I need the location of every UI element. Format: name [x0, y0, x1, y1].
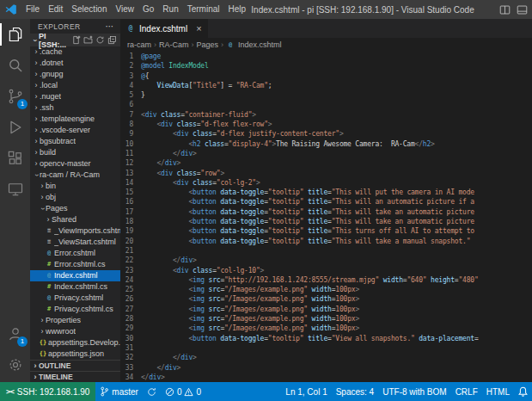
tree-item[interactable]: ›.cache	[30, 46, 120, 58]
code-line[interactable]: 25 <img src="/Images/example.png" width=…	[120, 285, 486, 294]
code-line[interactable]: 22 </div>	[120, 256, 486, 265]
explorer-icon[interactable]	[0, 19, 30, 50]
breadcrumb-item[interactable]: RA-Cam	[159, 40, 189, 49]
menu-go[interactable]: Go	[138, 0, 158, 19]
tree-item[interactable]: #Privacy.cshtml.cs	[30, 304, 120, 315]
code-line[interactable]: 3@{	[120, 71, 486, 81]
breadcrumb-item[interactable]: Index.cshtml	[238, 40, 282, 49]
new-file-icon[interactable]	[71, 35, 81, 45]
accounts-icon[interactable]: 1	[0, 318, 30, 349]
minimap[interactable]	[488, 52, 524, 382]
tree-item[interactable]: ›bgsubtract	[30, 136, 120, 147]
tree-item[interactable]: @Privacy.cshtml	[30, 293, 120, 304]
code-line[interactable]: 8 <div class="d-flex flex-row">	[120, 120, 486, 129]
search-icon[interactable]	[0, 50, 30, 81]
tree-item[interactable]: #Index.cshtml.cs	[30, 281, 120, 293]
tree-item[interactable]: ›build	[30, 147, 120, 158]
new-folder-icon[interactable]	[83, 35, 93, 45]
tree-item[interactable]: ›wwwroot	[30, 326, 120, 337]
section-outline[interactable]: ›OUTLINE	[30, 360, 120, 371]
tree-item[interactable]: ≡_ViewStart.cshtml	[30, 237, 120, 248]
code-line[interactable]: 9 <div class="d-flex justify-content-cen…	[120, 129, 486, 139]
code-line[interactable]: 34</div>	[120, 373, 486, 382]
eol-setting[interactable]: CRLF	[451, 382, 482, 401]
code-line[interactable]: 16 <button data-toggle="tooltip" title="…	[120, 197, 486, 207]
branch-indicator[interactable]: master	[95, 382, 143, 401]
code-line[interactable]: 23 <div class="col-lg-10">	[120, 266, 486, 275]
code-line[interactable]: 7<div class="container-fluid">	[120, 110, 486, 120]
code-line[interactable]: 15 <button data-toggle="tooltip" title="…	[120, 188, 486, 197]
language-mode[interactable]: HTML	[482, 382, 514, 401]
split-editor-icon[interactable]	[499, 4, 511, 15]
tree-item[interactable]: ›opencv-master	[30, 158, 120, 170]
tree-item[interactable]: ›bin	[30, 181, 120, 192]
remote-explorer-icon[interactable]	[0, 174, 30, 205]
code-line[interactable]: 33 </div>	[120, 363, 486, 373]
tree-item[interactable]: #Error.cshtml.cs	[30, 259, 120, 270]
source-control-icon[interactable]: 1	[0, 81, 30, 112]
code-line[interactable]: 29 <img src="/Images/example.png" width=…	[120, 324, 486, 333]
code-line[interactable]: 31	[120, 343, 486, 353]
code-line[interactable]: 2@model IndexModel	[120, 61, 486, 71]
notifications-bell-icon[interactable]	[514, 382, 532, 401]
tree-item[interactable]: ›.templateengine	[30, 114, 120, 125]
encoding-setting[interactable]: UTF-8 with BOM	[378, 382, 450, 401]
indentation-setting[interactable]: Spaces: 4	[332, 382, 378, 401]
tree-item[interactable]: ›ra-cam / RA-Cam	[30, 170, 120, 181]
tree-item[interactable]: ›Properties	[30, 315, 120, 326]
code-line[interactable]: 19 <button data-toggle="tooltip" title="…	[120, 226, 486, 236]
menu-terminal[interactable]: Terminal	[183, 0, 224, 19]
code-line[interactable]: 32 </div>	[120, 353, 486, 362]
code-line[interactable]: 18 <button data-toggle="tooltip" title="…	[120, 217, 486, 226]
section-timeline[interactable]: ›TIMELINE	[30, 371, 120, 382]
code-line[interactable]: 28 <img src="/Images/example.png" width=…	[120, 314, 486, 324]
tree-item[interactable]: ›.gnupg	[30, 69, 120, 80]
breadcrumb-item[interactable]: ra-cam	[127, 40, 151, 49]
code-line[interactable]: 4 ViewData["Title"] = "RA-Cam";	[120, 81, 486, 90]
close-icon[interactable]: ×	[196, 23, 201, 34]
code-line[interactable]: 11 </div>	[120, 149, 486, 158]
tab-index-cshtml[interactable]: @ Index.cshtml ×	[120, 19, 208, 38]
collapse-all-icon[interactable]	[107, 35, 117, 45]
tree-item[interactable]: ›.dotnet	[30, 58, 120, 69]
tree-item[interactable]: ›.local	[30, 80, 120, 91]
menu-selection[interactable]: Selection	[67, 0, 111, 19]
code-line[interactable]: 13 <div class="row">	[120, 169, 486, 178]
menu-edit[interactable]: Edit	[44, 0, 67, 19]
tree-item[interactable]: ›.nuget	[30, 91, 120, 102]
breadcrumb-item[interactable]: Pages	[197, 40, 219, 49]
remote-indicator[interactable]: >< SSH: 192.168.1.90	[0, 382, 95, 401]
menu-file[interactable]: File	[21, 0, 44, 19]
problems-indicator[interactable]: 0 0	[161, 382, 205, 401]
vscode-logo-icon[interactable]	[5, 3, 17, 15]
tree-item[interactable]: {}appsettings.Develop...	[30, 337, 120, 349]
code-line[interactable]: 12 </div>	[120, 158, 486, 168]
code-line[interactable]: 30 <button data-toggle="tooltip" title="…	[120, 334, 486, 343]
tree-item[interactable]: @Index.cshtml	[30, 270, 120, 281]
tree-item[interactable]: {}appsettings.json	[30, 349, 120, 359]
tree-item[interactable]: ›obj	[30, 192, 120, 203]
tree-item[interactable]: ›Pages	[30, 203, 120, 214]
tree-item[interactable]: ›Shared	[30, 214, 120, 225]
code-line[interactable]: 24 <img src="http://192.168.1.242:8555/s…	[120, 275, 486, 285]
code-line[interactable]: 26 <img src="/Images/example.png" width=…	[120, 294, 486, 304]
run-debug-icon[interactable]	[0, 112, 30, 143]
code-line[interactable]: 5}	[120, 90, 486, 100]
layout-icon[interactable]	[517, 4, 528, 15]
menu-view[interactable]: View	[112, 0, 139, 19]
menu-run[interactable]: Run	[158, 0, 182, 19]
code-area[interactable]: 1@page2@model IndexModel3@{4 ViewData["T…	[120, 52, 486, 382]
extensions-icon[interactable]	[0, 143, 30, 174]
workspace-section-header[interactable]: › PI [SSH:...	[30, 34, 120, 46]
code-line[interactable]: 1@page	[120, 52, 486, 61]
code-line[interactable]: 14 <div class="col-lg-2">	[120, 178, 486, 188]
tree-item[interactable]: ›.ssh	[30, 102, 120, 114]
code-line[interactable]: 21	[120, 246, 486, 256]
code-line[interactable]: 10 <h2 class="display-4">The Raising Awe…	[120, 139, 486, 149]
sync-button[interactable]	[143, 382, 161, 401]
tree-item[interactable]: @Error.cshtml	[30, 248, 120, 259]
code-line[interactable]: 20 <button data-toggle="tooltip" title="…	[120, 237, 486, 246]
tree-item[interactable]: ›.vscode-server	[30, 125, 120, 136]
more-actions-icon[interactable]: ⋯	[106, 22, 114, 31]
code-line[interactable]: 27 <img src="/Images/example.png" width=…	[120, 305, 486, 314]
